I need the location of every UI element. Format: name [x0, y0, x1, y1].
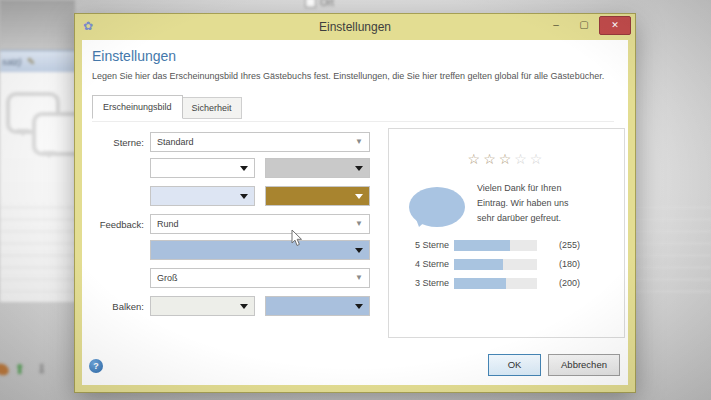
star-primary-color-select[interactable]	[265, 186, 370, 206]
cancel-button[interactable]: Abbrechen	[548, 354, 620, 376]
checkbox-icon	[305, 0, 316, 8]
feedback-color-select[interactable]	[150, 240, 370, 260]
star-icon: ☆	[483, 151, 499, 167]
sterne-label: Sterne:	[86, 137, 144, 148]
chevron-down-icon	[355, 248, 363, 253]
feedback-shape-select[interactable]: Rund ▼	[150, 214, 370, 234]
up-arrow-icon: ⬆	[14, 362, 26, 376]
rating-row: 3 Sterne (200)	[389, 277, 624, 289]
rating-label: 3 Sterne	[389, 278, 449, 288]
rating-row: 4 Sterne (180)	[389, 258, 624, 270]
balken-label: Balken:	[86, 301, 144, 312]
speech-bubble-icon	[409, 187, 465, 227]
rating-count: (180)	[559, 259, 580, 269]
selected-value: Standard	[157, 137, 194, 147]
dialog-body: Einstellungen Legen Sie hier das Erschei…	[82, 40, 628, 385]
rating-bar-fill	[454, 240, 510, 251]
star-icon: ☆	[514, 151, 530, 167]
background-blob-icon	[0, 362, 10, 377]
rating-bar-fill	[454, 259, 503, 270]
balken-background-color-select[interactable]	[150, 296, 255, 316]
sterne-style-select[interactable]: Standard ▼	[150, 132, 370, 152]
selected-value: Groß	[157, 273, 178, 283]
star-background-color-select[interactable]	[150, 186, 255, 206]
rating-count: (255)	[559, 240, 580, 250]
rating-label: 4 Sterne	[389, 259, 449, 269]
close-button[interactable]: ✕	[599, 16, 631, 35]
panel-caption: satz)	[2, 57, 22, 67]
selected-value: Rund	[157, 219, 179, 229]
stars-row: ☆☆☆☆☆	[389, 151, 624, 167]
preview-message: Vielen Dank für Ihren Eintrag. Wir haben…	[477, 181, 585, 226]
chevron-down-icon	[240, 166, 248, 171]
chevron-down-icon	[355, 166, 363, 171]
chevron-down-icon: ▼	[355, 215, 363, 233]
rating-row: 5 Sterne (255)	[389, 239, 624, 251]
mouse-cursor-icon	[291, 229, 303, 247]
chevron-down-icon	[240, 194, 248, 199]
chevron-down-icon: ▼	[355, 269, 363, 287]
rating-count: (200)	[559, 278, 580, 288]
pencil-icon: ✎	[27, 56, 35, 67]
chevron-down-icon: ▼	[355, 133, 363, 151]
titlebar[interactable]: ✿ Einstellungen – ▢ ✕	[75, 14, 635, 40]
help-icon[interactable]: ?	[89, 359, 103, 373]
feedback-label: Feedback:	[86, 219, 144, 230]
chevron-down-icon	[240, 304, 248, 309]
page-title: Einstellungen	[92, 48, 176, 64]
chevron-down-icon	[355, 304, 363, 309]
feedback-size-select[interactable]: Groß ▼	[150, 268, 370, 288]
page-subtitle: Legen Sie hier das Erscheinungsbild Ihre…	[92, 71, 604, 81]
rating-label: 5 Sterne	[389, 240, 449, 250]
background-toolbar	[0, 0, 75, 50]
minimize-button[interactable]: –	[543, 17, 569, 34]
preview-panel: ☆☆☆☆☆ Vielen Dank für Ihren Eintrag. Wir…	[388, 128, 625, 338]
rating-bar-track	[454, 240, 537, 251]
tab-erscheinungsbild[interactable]: Erscheinungsbild	[92, 95, 183, 119]
settings-dialog: ✿ Einstellungen – ▢ ✕ Einstellungen Lege…	[75, 14, 635, 392]
ok-button[interactable]: OK	[488, 354, 541, 376]
star-secondary-color-select[interactable]	[265, 158, 370, 178]
star-icon: ☆	[468, 151, 484, 167]
rating-bar-track	[454, 259, 537, 270]
checkbox-label: Ort	[320, 0, 334, 8]
star-icon: ☆	[499, 151, 515, 167]
chevron-down-icon	[355, 194, 363, 199]
rating-bar-track	[454, 278, 537, 289]
background-panel-header: satz) ✎	[0, 50, 78, 73]
balken-color-select[interactable]	[265, 296, 370, 316]
tab-strip: Erscheinungsbild Sicherheit	[92, 95, 242, 119]
rating-bar-fill	[454, 278, 506, 289]
divider	[92, 121, 614, 122]
star-icon: ☆	[530, 151, 546, 167]
down-arrow-icon: ⬇	[36, 362, 48, 376]
star-texture-select[interactable]	[150, 158, 255, 178]
maximize-button[interactable]: ▢	[571, 17, 597, 34]
tab-sicherheit[interactable]: Sicherheit	[183, 97, 242, 119]
background-ort-checkbox: Ort	[305, 0, 334, 8]
